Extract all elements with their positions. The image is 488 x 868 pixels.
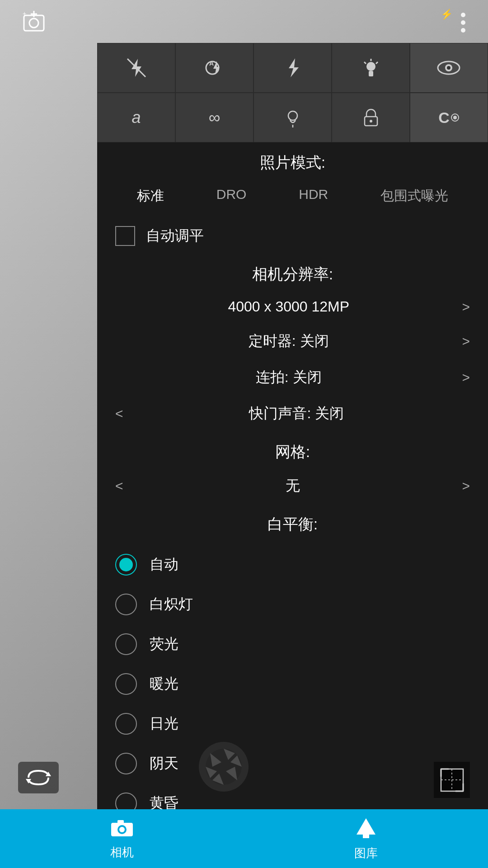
flash-row: A (97, 43, 488, 93)
burst-row[interactable]: 连拍: 关闭 > (97, 359, 488, 396)
mode-dro[interactable]: DRO (209, 183, 254, 209)
focus-custom-button[interactable]: C (410, 93, 488, 142)
svg-point-1 (29, 19, 38, 28)
wb-options: 自动 白炽灯 荧光 暖光 日光 阴天 黄昏 阴影 (97, 540, 488, 809)
svg-point-22 (370, 120, 372, 123)
mode-hdr[interactable]: HDR (291, 183, 335, 209)
svg-rect-0 (24, 15, 44, 31)
burst-arrow: > (462, 370, 470, 385)
camera-nav-label: 相机 (110, 844, 134, 860)
wb-auto[interactable]: 自动 (97, 545, 488, 585)
flash-on-button[interactable] (253, 43, 332, 93)
wb-cloudy[interactable]: 阴天 (97, 744, 488, 783)
focus-macro-button[interactable] (253, 93, 332, 142)
wb-incandescent[interactable]: 白炽灯 (97, 585, 488, 624)
wb-incandescent-label: 白炽灯 (150, 594, 193, 614)
wb-dusk-radio[interactable] (115, 793, 137, 809)
wb-cloudy-radio[interactable] (115, 753, 137, 774)
flash-auto-button[interactable]: A (175, 43, 253, 93)
svg-rect-40 (363, 832, 369, 838)
svg-marker-10 (289, 58, 299, 77)
photo-mode-title: 照片模式: (97, 142, 488, 179)
resolution-value: 4000 x 3000 12MP (228, 298, 349, 315)
grid-title: 网格: (97, 432, 488, 468)
svg-point-18 (447, 66, 450, 70)
grid-right-arrow: > (462, 478, 470, 494)
focus-infinity-button[interactable]: ∞ (175, 93, 253, 142)
auto-level-label: 自动调平 (146, 226, 204, 246)
more-options-button[interactable] (456, 8, 470, 37)
mode-standard[interactable]: 标准 (130, 183, 171, 209)
svg-point-11 (366, 62, 375, 71)
shutter-left-arrow[interactable]: < (115, 406, 123, 421)
shutter-sound-row[interactable]: < 快门声音: 关闭 (97, 396, 488, 432)
focus-lock-button[interactable] (332, 93, 410, 142)
grid-row[interactable]: < 无 > (97, 468, 488, 504)
wb-dusk[interactable]: 黄昏 (97, 783, 488, 809)
svg-rect-39 (117, 820, 124, 824)
timer-arrow: > (462, 334, 470, 349)
shutter-label: 快门声音: 关闭 (249, 404, 344, 424)
resolution-arrow: > (462, 299, 470, 315)
add-photo-button[interactable]: + (18, 7, 50, 38)
shutter-overlay (194, 737, 253, 798)
focus-auto-button[interactable]: a (97, 93, 175, 142)
svg-text:A: A (209, 60, 214, 67)
svg-point-24 (453, 116, 457, 119)
wb-fluorescent[interactable]: 荧光 (97, 624, 488, 664)
gallery-nav-icon (355, 816, 377, 843)
timer-label: 定时器: 关闭 (249, 331, 329, 351)
auto-level-row: 自动调平 (97, 218, 488, 254)
grid-left-arrow[interactable]: < (115, 478, 123, 494)
eye-mode-button[interactable] (410, 43, 488, 93)
wb-auto-radio-inner (119, 558, 133, 571)
resolution-title: 相机分辨率: (97, 254, 488, 290)
wb-cloudy-label: 阴天 (150, 754, 178, 774)
wb-daylight-label: 日光 (150, 714, 178, 734)
flip-camera-button[interactable] (18, 762, 59, 793)
focus-row: a ∞ C (97, 93, 488, 142)
nav-gallery[interactable]: 图库 (244, 809, 488, 868)
expand-button[interactable] (434, 762, 470, 798)
timer-row[interactable]: 定时器: 关闭 > (97, 323, 488, 359)
wb-title: 白平衡: (97, 504, 488, 540)
wb-dusk-label: 黄昏 (150, 793, 178, 809)
wb-warm-radio[interactable] (115, 673, 137, 695)
svg-point-19 (288, 111, 297, 120)
wb-warm[interactable]: 暖光 (97, 664, 488, 704)
flash-torch-button[interactable] (332, 43, 410, 93)
wb-incandescent-radio[interactable] (115, 594, 137, 615)
wb-daylight[interactable]: 日光 (97, 704, 488, 744)
wb-daylight-radio[interactable] (115, 713, 137, 735)
top-bar: + ⚡ (0, 0, 488, 45)
wb-fluorescent-label: 荧光 (150, 634, 178, 654)
wb-auto-radio[interactable] (115, 554, 137, 576)
burst-label: 连拍: 关闭 (256, 368, 322, 387)
svg-point-38 (119, 827, 125, 832)
wb-warm-label: 暖光 (150, 674, 178, 694)
top-bar-right: ⚡ (441, 8, 470, 37)
svg-line-14 (364, 62, 366, 64)
bottom-nav: 相机 图库 (0, 809, 488, 868)
photo-mode-options: 标准 DRO HDR 包围式曝光 (97, 179, 488, 218)
flash-off-button[interactable] (97, 43, 175, 93)
mode-bracket[interactable]: 包围式曝光 (373, 183, 455, 209)
grid-value: 无 (286, 476, 300, 496)
settings-panel: A a (97, 43, 488, 809)
auto-level-checkbox[interactable] (115, 226, 135, 246)
gallery-nav-label: 图库 (354, 845, 378, 861)
nav-camera[interactable]: 相机 (0, 809, 244, 868)
resolution-row[interactable]: 4000 x 3000 12MP > (97, 290, 488, 323)
camera-nav-icon (110, 817, 134, 842)
wb-auto-label: 自动 (150, 555, 178, 575)
wb-fluorescent-radio[interactable] (115, 633, 137, 655)
svg-text:+: + (23, 10, 26, 17)
svg-line-15 (376, 62, 378, 64)
svg-marker-6 (131, 59, 141, 77)
svg-rect-12 (369, 71, 373, 76)
